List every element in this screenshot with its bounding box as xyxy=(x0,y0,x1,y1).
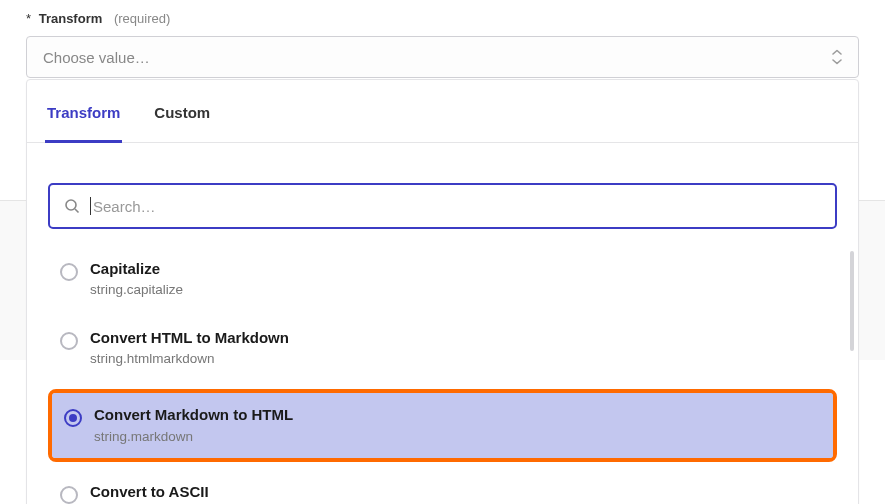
option-capitalize[interactable]: Capitalize string.capitalize xyxy=(48,251,837,308)
option-convert-ascii[interactable]: Convert to ASCII string.encode_ascii xyxy=(48,474,837,504)
tab-transform[interactable]: Transform xyxy=(47,80,120,142)
text-cursor xyxy=(90,197,91,215)
option-subtitle: string.capitalize xyxy=(90,281,183,300)
scrollbar-thumb[interactable] xyxy=(850,251,854,351)
option-subtitle: string.markdown xyxy=(94,428,293,447)
option-markdown-to-html[interactable]: Convert Markdown to HTML string.markdown xyxy=(52,393,833,458)
svg-point-0 xyxy=(66,200,76,210)
radio-icon xyxy=(60,332,78,350)
option-title: Capitalize xyxy=(90,259,183,279)
tab-custom[interactable]: Custom xyxy=(154,80,210,142)
dropdown-tabs: Transform Custom xyxy=(27,80,858,143)
chevron-up-down-icon xyxy=(830,48,844,66)
option-title: Convert HTML to Markdown xyxy=(90,328,289,348)
radio-icon xyxy=(60,263,78,281)
select-placeholder: Choose value… xyxy=(43,49,150,66)
option-title: Convert Markdown to HTML xyxy=(94,405,293,425)
search-input[interactable] xyxy=(93,198,821,215)
option-markdown-to-html-highlight: Convert Markdown to HTML string.markdown xyxy=(48,389,837,462)
field-label-text: Transform xyxy=(39,11,103,26)
transform-select[interactable]: Choose value… xyxy=(26,36,859,78)
option-title: Convert to ASCII xyxy=(90,482,209,502)
required-asterisk: * xyxy=(26,11,31,26)
radio-icon xyxy=(60,486,78,504)
required-hint: (required) xyxy=(114,11,170,26)
radio-icon xyxy=(64,409,82,427)
option-subtitle: string.htmlmarkdown xyxy=(90,350,289,369)
search-icon xyxy=(64,198,80,214)
transform-dropdown: Transform Custom Capital xyxy=(26,79,859,504)
svg-line-1 xyxy=(75,209,79,213)
search-field[interactable] xyxy=(48,183,837,229)
field-label: * Transform (required) xyxy=(26,11,859,26)
option-html-to-markdown[interactable]: Convert HTML to Markdown string.htmlmark… xyxy=(48,320,837,377)
options-list: Capitalize string.capitalize Convert HTM… xyxy=(48,251,837,504)
